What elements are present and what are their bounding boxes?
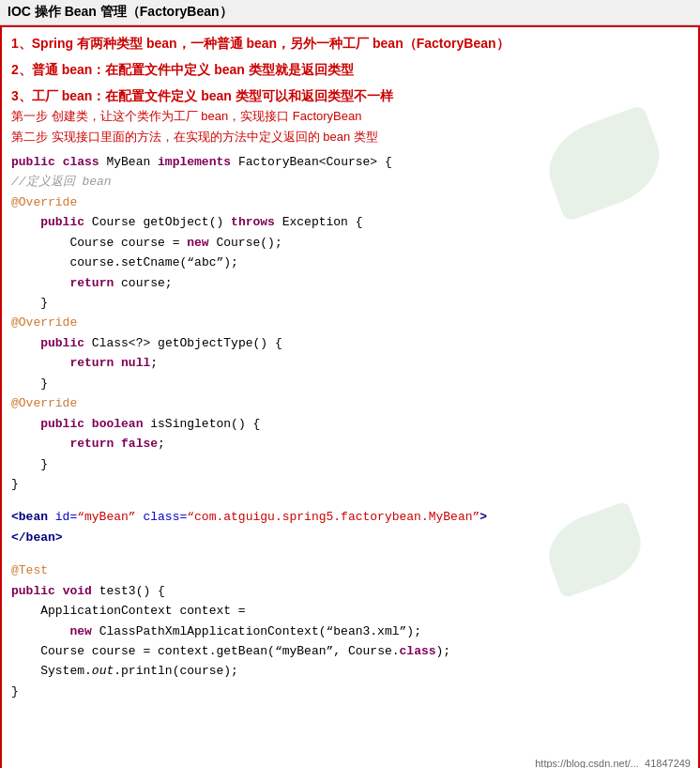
test-end: }: [11, 682, 689, 701]
separator2: [11, 549, 689, 559]
code-line-method1-l2: course.setCname(“abc”);: [11, 253, 689, 272]
code-line-brace1: }: [11, 293, 689, 313]
code-block-xml: <bean id=“myBean” class=“com.atguigu.spr…: [11, 507, 689, 547]
xml-bean-line: <bean id=“myBean” class=“com.atguigu.spr…: [11, 507, 689, 527]
code-line-brace2: }: [11, 374, 689, 393]
content-area: 1、Spring 有两种类型 bean，一种普通 bean，另外一种工厂 bea…: [0, 25, 700, 768]
code-line-override3: @Override: [11, 393, 689, 413]
code-line-method1-sig: public Course getObject() throws Excepti…: [11, 212, 689, 232]
page-title: IOC 操作 Bean 管理（FactoryBean）: [8, 4, 233, 19]
test-method-sig: public void test3() {: [11, 581, 689, 601]
code-line-method1-l1: Course course = new Course();: [11, 233, 689, 253]
xml-end-line: </bean>: [11, 528, 689, 547]
point1-text: 1、Spring 有两种类型 bean，一种普通 bean，另外一种工厂 bea…: [11, 36, 510, 51]
code-line-method3-l1: return false;: [11, 434, 689, 453]
point3-step2: 第二步 实现接口里面的方法，在实现的方法中定义返回的 bean 类型: [11, 130, 378, 144]
code-line-class-end: }: [11, 474, 689, 494]
test-l2: new ClassPathXmlApplicationContext(“bean…: [11, 622, 689, 641]
point3-step1: 第一步 创建类，让这个类作为工厂 bean，实现接口 FactoryBean: [11, 109, 361, 123]
point3-title: 3、工厂 bean：在配置文件定义 bean 类型可以和返回类型不一样: [11, 88, 393, 103]
code-line-comment: //定义返回 bean: [11, 172, 689, 192]
watermark-url: https://blog.csdn.net/..._41847249: [535, 758, 691, 768]
test-l4: System.out.println(course);: [11, 661, 689, 681]
code-line-method2-sig: public Class<?> getObjectType() {: [11, 333, 689, 353]
code-line-method1-l3: return course;: [11, 273, 689, 293]
code-line-class-decl: public class MyBean implements FactoryBe…: [11, 152, 689, 172]
test-l3: Course course = context.getBean(“myBean”…: [11, 641, 689, 661]
code-line-brace3: }: [11, 454, 689, 474]
code-line-method3-sig: public boolean isSingleton() {: [11, 414, 689, 434]
test-annotation: @Test: [11, 561, 689, 580]
code-line-method2-l1: return null;: [11, 353, 689, 373]
point2-text: 2、普通 bean：在配置文件中定义 bean 类型就是返回类型: [11, 62, 354, 77]
title-bar: IOC 操作 Bean 管理（FactoryBean）: [0, 0, 700, 25]
separator1: [11, 496, 689, 505]
code-line-override1: @Override: [11, 192, 689, 212]
code-block-test: @Test public void test3() { ApplicationC…: [11, 561, 689, 701]
test-l1: ApplicationContext context =: [11, 601, 689, 621]
code-block-mybean: public class MyBean implements FactoryBe…: [11, 152, 689, 494]
code-line-override2: @Override: [11, 313, 689, 332]
point2-section: 2、普通 bean：在配置文件中定义 bean 类型就是返回类型: [11, 59, 689, 82]
point1-section: 1、Spring 有两种类型 bean，一种普通 bean，另外一种工厂 bea…: [11, 33, 689, 55]
point3-section: 3、工厂 bean：在配置文件定义 bean 类型可以和返回类型不一样 第一步 …: [11, 85, 689, 148]
